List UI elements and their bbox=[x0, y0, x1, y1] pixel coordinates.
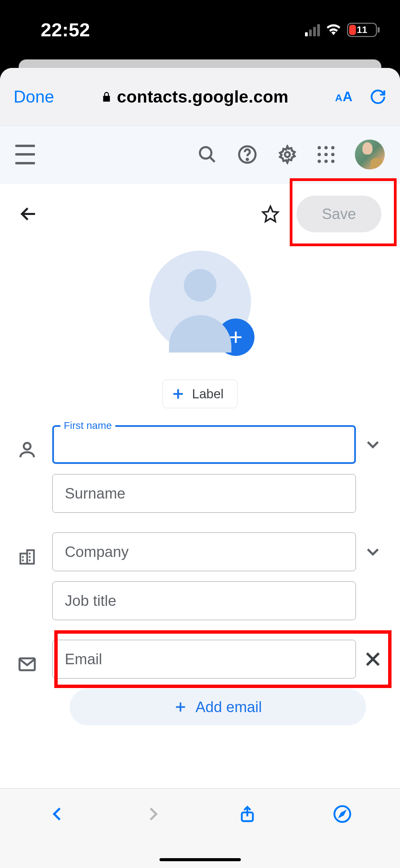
contact-photo-placeholder[interactable] bbox=[149, 251, 251, 352]
add-email-text: Add email bbox=[195, 699, 262, 716]
app-toolbar bbox=[0, 126, 400, 183]
expand-name-fields-button[interactable] bbox=[363, 434, 383, 455]
svg-point-11 bbox=[24, 443, 31, 450]
email-icon bbox=[17, 654, 37, 674]
chevron-down-icon bbox=[363, 434, 383, 455]
battery-icon: 11 bbox=[347, 23, 380, 37]
close-icon bbox=[363, 649, 383, 669]
url-text: contacts.google.com bbox=[117, 87, 289, 107]
save-button[interactable]: Save bbox=[297, 196, 381, 232]
status-bar: 22:52 11 bbox=[0, 0, 400, 59]
done-button[interactable]: Done bbox=[14, 87, 54, 107]
svg-point-0 bbox=[200, 147, 211, 159]
svg-line-1 bbox=[210, 157, 215, 162]
lock-icon bbox=[101, 90, 112, 104]
remove-email-button[interactable] bbox=[363, 649, 383, 669]
status-right: 11 bbox=[305, 22, 380, 37]
browser-tabbar bbox=[0, 788, 400, 868]
plus-icon bbox=[174, 700, 187, 714]
svg-marker-19 bbox=[340, 812, 345, 816]
settings-icon[interactable] bbox=[278, 145, 297, 164]
job-title-input[interactable] bbox=[52, 581, 356, 620]
reload-icon[interactable] bbox=[369, 88, 386, 105]
wifi-icon bbox=[326, 22, 341, 37]
chevron-down-icon bbox=[363, 542, 383, 562]
email-input[interactable] bbox=[52, 640, 356, 679]
browser-top-bar: Done contacts.google.com AA bbox=[0, 68, 400, 126]
label-chip-text: Label bbox=[192, 387, 224, 401]
contact-action-row: Save bbox=[0, 183, 400, 245]
browser-forward-button bbox=[141, 802, 165, 826]
share-button[interactable] bbox=[235, 802, 259, 826]
cellular-signal-icon bbox=[305, 23, 320, 36]
plus-icon bbox=[171, 387, 185, 401]
apps-icon[interactable] bbox=[318, 146, 335, 163]
back-arrow-icon[interactable] bbox=[19, 204, 38, 224]
expand-company-fields-button[interactable] bbox=[363, 542, 383, 562]
star-icon[interactable] bbox=[261, 205, 280, 223]
add-email-button[interactable]: Add email bbox=[70, 689, 366, 725]
add-photo-button[interactable] bbox=[217, 319, 254, 356]
chevron-left-icon bbox=[49, 806, 66, 822]
compass-icon bbox=[333, 804, 352, 824]
menu-icon[interactable] bbox=[15, 145, 35, 164]
first-name-label: First name bbox=[60, 420, 115, 431]
status-time: 22:52 bbox=[41, 19, 90, 41]
company-icon bbox=[17, 547, 37, 567]
account-avatar[interactable] bbox=[355, 140, 385, 169]
company-input[interactable] bbox=[52, 532, 356, 571]
svg-point-3 bbox=[247, 159, 248, 160]
search-icon[interactable] bbox=[197, 145, 217, 164]
surname-input[interactable] bbox=[52, 474, 356, 513]
share-icon bbox=[238, 804, 257, 824]
safari-button[interactable] bbox=[330, 802, 354, 826]
person-icon bbox=[17, 439, 37, 460]
chevron-right-icon bbox=[144, 806, 161, 822]
home-indicator bbox=[159, 858, 241, 861]
svg-marker-6 bbox=[263, 206, 278, 222]
help-icon[interactable] bbox=[237, 145, 257, 164]
text-size-button[interactable]: AA bbox=[335, 89, 353, 104]
address-bar[interactable]: contacts.google.com bbox=[64, 87, 325, 107]
browser-back-button[interactable] bbox=[46, 802, 70, 826]
battery-pct: 11 bbox=[348, 24, 376, 35]
svg-point-4 bbox=[285, 152, 290, 157]
add-label-button[interactable]: Label bbox=[163, 380, 237, 408]
